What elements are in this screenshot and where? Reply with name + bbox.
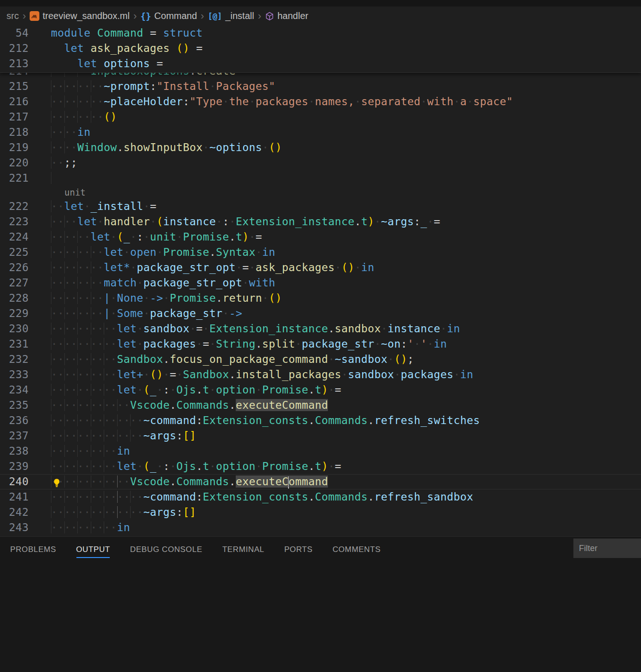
panel-tab-comments[interactable]: COMMENTS: [333, 537, 381, 563]
ocaml-file-icon: [30, 11, 39, 21]
code-text: ········|·None·->·Promise.return·(): [51, 291, 282, 306]
code-line[interactable]: 225········let·open·Promise.Syntax·in: [0, 245, 641, 260]
code-text: ··········in: [51, 444, 130, 459]
code-text: ··············~args:[]: [51, 505, 196, 520]
panel-tab-terminal[interactable]: TERMINAL: [222, 537, 264, 563]
code-text: ········|·Some·package_str·->: [51, 306, 242, 321]
bottom-panel: PROBLEMSOUTPUTDEBUG CONSOLETERMINALPORTS…: [0, 536, 641, 672]
code-editor[interactable]: 214······InputBoxOptions.create215······…: [0, 0, 641, 536]
code-text: ····let·handler·(instance·:·Extension_in…: [51, 214, 440, 229]
code-line[interactable]: 237··············~args:[]: [0, 428, 641, 444]
code-text: ··············~command:Extension_consts.…: [51, 489, 473, 505]
code-line[interactable]: 224······let·(_·:·unit·Promise.t)·=: [0, 229, 641, 245]
line-number: 241: [0, 489, 29, 505]
code-text: ··········let·packages·=·String.split·pa…: [51, 336, 447, 352]
line-number: 237: [0, 428, 29, 444]
breadcrumb-item-treeview-sandbox-ml[interactable]: treeview_sandbox.ml: [30, 11, 130, 21]
breadcrumb-label: handler: [277, 11, 308, 21]
line-number: 220: [0, 155, 29, 171]
code-text: ········match·package_str_opt·with: [51, 275, 275, 291]
symbol-method-icon: [265, 12, 274, 21]
line-number: 239: [0, 459, 29, 474]
panel-tab-output[interactable]: OUTPUT: [76, 537, 110, 563]
code-line[interactable]: 241··············~command:Extension_cons…: [0, 489, 641, 505]
breadcrumb-separator-icon: ›: [258, 11, 261, 21]
code-text: ········~placeHolder:"Type·the·packages·…: [51, 94, 513, 109]
code-line[interactable]: 230··········let·sandbox·=·Extension_ins…: [0, 321, 641, 336]
code-line[interactable]: 228········|·None·->·Promise.return·(): [0, 291, 641, 306]
line-number: 218: [0, 125, 29, 140]
code-line[interactable]: 236··············~command:Extension_cons…: [0, 413, 641, 428]
code-line[interactable]: 240············Vscode.Commands.executeCo…: [0, 474, 641, 489]
line-number: 221: [0, 171, 29, 186]
sticky-code-line[interactable]: 213····let·options·=: [0, 56, 641, 71]
code-line[interactable]: 220··;;: [0, 155, 641, 171]
panel-tab-ports[interactable]: PORTS: [284, 537, 313, 563]
code-line[interactable]: 229········|·Some·package_str·->: [0, 306, 641, 321]
code-text: ····in: [51, 125, 91, 140]
code-line[interactable]: 238··········in: [0, 444, 641, 459]
line-number: 226: [0, 260, 29, 275]
line-number: 225: [0, 245, 29, 260]
code-line[interactable]: 231··········let·packages·=·String.split…: [0, 336, 641, 352]
sticky-code-line[interactable]: 54module·Command·=·struct: [0, 25, 641, 41]
code-line[interactable]: 227········match·package_str_opt·with: [0, 275, 641, 291]
code-line[interactable]: 232··········Sandbox.focus_on_package_co…: [0, 352, 641, 367]
breadcrumb-label: _install: [225, 11, 254, 21]
code-line[interactable]: 222··let·_install·=: [0, 199, 641, 214]
sticky-lines: 54module·Command·=·struct212··let·ask_pa…: [0, 25, 641, 71]
inlay-type-hint: unit: [0, 186, 641, 199]
lightbulb-icon[interactable]: [52, 477, 62, 487]
code-text: ··········let·sandbox·=·Extension_instan…: [51, 321, 460, 336]
code-line[interactable]: 234··········let·(_·:·Ojs.t·option·Promi…: [0, 382, 641, 398]
line-number: 227: [0, 275, 29, 291]
code-text: ··let·ask_packages·()·=: [51, 41, 203, 56]
breadcrumb-separator-icon: ›: [201, 11, 204, 21]
code-line[interactable]: 233··········let+·()·=·Sandbox.install_p…: [0, 367, 641, 382]
code-line[interactable]: 242··············~args:[]: [0, 505, 641, 520]
panel-tab-bar: PROBLEMSOUTPUTDEBUG CONSOLETERMINALPORTS…: [0, 537, 641, 563]
code-line[interactable]: 223····let·handler·(instance·:·Extension…: [0, 214, 641, 229]
line-number: 223: [0, 214, 29, 229]
panel-tab-debug-console[interactable]: DEBUG CONSOLE: [130, 537, 202, 563]
line-number: 228: [0, 291, 29, 306]
code-text: ··;;: [51, 155, 77, 171]
breadcrumb-label: Command: [154, 11, 197, 21]
code-line[interactable]: 221: [0, 171, 641, 186]
line-number: 236: [0, 413, 29, 428]
code-viewport: 214······InputBoxOptions.create215······…: [0, 63, 641, 535]
code-text: [51, 171, 57, 186]
code-line[interactable]: 226········let*·package_str_opt·=·ask_pa…: [0, 260, 641, 275]
code-text: ······let·(_·:·unit·Promise.t)·=: [51, 229, 262, 245]
code-line[interactable]: 218····in: [0, 125, 641, 140]
filter-input[interactable]: [573, 539, 641, 558]
code-line[interactable]: 239··········let·(_·:·Ojs.t·option·Promi…: [0, 459, 641, 474]
sticky-scroll-header: src›treeview_sandbox.ml›{}Command›[@]_in…: [0, 0, 641, 73]
code-text: ····Window.showInputBox·~options·(): [51, 140, 282, 155]
code-line[interactable]: 216········~placeHolder:"Type·the·packag…: [0, 94, 641, 109]
line-number: 233: [0, 367, 29, 382]
breadcrumb-item-command[interactable]: {}Command: [140, 11, 197, 21]
panel-tab-problems[interactable]: PROBLEMS: [10, 537, 56, 563]
line-number: 219: [0, 140, 29, 155]
code-line[interactable]: 217········(): [0, 109, 641, 125]
line-number: 238: [0, 444, 29, 459]
symbol-object-icon: [@]: [208, 12, 222, 21]
symbol-namespace-icon: {}: [140, 11, 151, 21]
code-line[interactable]: 243··········in: [0, 520, 641, 535]
code-text: module·Command·=·struct: [51, 25, 203, 41]
breadcrumb-separator-icon: ›: [133, 11, 137, 21]
breadcrumb-item-handler[interactable]: handler: [265, 11, 308, 21]
line-number: 230: [0, 321, 29, 336]
code-text: ········let·open·Promise.Syntax·in: [51, 245, 275, 260]
sticky-code-line[interactable]: 212··let·ask_packages·()·=: [0, 41, 641, 56]
code-line[interactable]: 219····Window.showInputBox·~options·(): [0, 140, 641, 155]
breadcrumb-item-src[interactable]: src: [6, 11, 19, 21]
code-line[interactable]: 235············Vscode.Commands.executeCo…: [0, 398, 641, 413]
line-number: 212: [0, 41, 29, 56]
code-text: ··········let+·()·=·Sandbox.install_pack…: [51, 367, 473, 382]
code-text: ··let·_install·=: [51, 199, 157, 214]
code-text: ········let*·package_str_opt·=·ask_packa…: [51, 260, 374, 275]
code-line[interactable]: 215········~prompt:"Install·Packages": [0, 79, 641, 94]
breadcrumb-item--install[interactable]: [@]_install: [208, 11, 254, 21]
